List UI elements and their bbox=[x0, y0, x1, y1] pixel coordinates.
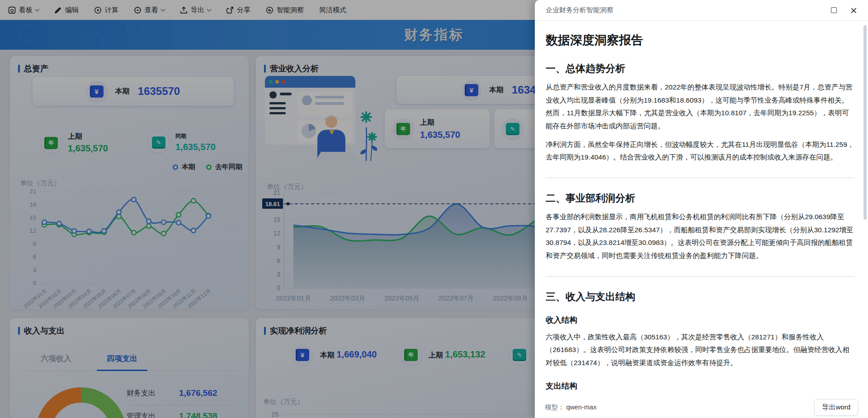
report-heading: 二、事业部利润分析 bbox=[546, 192, 854, 205]
report-paragraph: 各事业部的利润数据显示，商用飞机租赁和公务机租赁的利润同比有所下降（分别从29.… bbox=[546, 211, 854, 263]
insight-panel: 企业财务分析智能洞察 × 数据深度洞察报告 一、总体趋势分析从总资产和营业收入的… bbox=[535, 0, 868, 418]
model-info: 模型：qwen-max bbox=[545, 403, 596, 412]
scrollbar[interactable] bbox=[863, 25, 867, 220]
report-divider bbox=[546, 178, 854, 178]
report-heading: 支出结构 bbox=[546, 380, 854, 391]
close-icon[interactable]: × bbox=[850, 6, 857, 15]
report-title: 数据深度洞察报告 bbox=[546, 32, 854, 48]
insight-report: 数据深度洞察报告 一、总体趋势分析从总资产和营业收入的月度数据来看，2022年的… bbox=[535, 21, 868, 396]
report-paragraph: 从总资产和营业收入的月度数据来看，2022年的整体表现呈现波动性增长。特别是7月… bbox=[546, 81, 854, 133]
app-root: Q看板编辑计算查看导出分享智能洞察简洁模式 财务指标 总资产 ¥ bbox=[0, 0, 868, 418]
report-paragraph: 净利润方面，虽然全年保持正向增长，但波动幅度较大，尤其在11月出现明显低谷（本期… bbox=[546, 138, 854, 164]
insight-panel-footer: 模型：qwen-max 导出word bbox=[535, 396, 868, 418]
export-word-button[interactable]: 导出word bbox=[814, 399, 858, 416]
report-heading: 三、收入与支出结构 bbox=[546, 290, 854, 304]
model-label: 模型： bbox=[545, 404, 565, 411]
report-heading: 一、总体趋势分析 bbox=[546, 62, 854, 75]
report-divider bbox=[546, 276, 854, 277]
insight-panel-title: 企业财务分析智能洞察 bbox=[546, 6, 613, 14]
report-paragraph: 六项收入中，政策性收入最高（305163），其次是经营零售收入（281271）和… bbox=[546, 331, 854, 370]
report-sections: 一、总体趋势分析从总资产和营业收入的月度数据来看，2022年的整体表现呈现波动性… bbox=[546, 62, 854, 396]
report-heading: 收入结构 bbox=[546, 315, 854, 325]
model-value: qwen-max bbox=[566, 404, 597, 411]
insight-panel-header: 企业财务分析智能洞察 × bbox=[535, 0, 868, 21]
maximize-icon[interactable] bbox=[831, 7, 837, 13]
